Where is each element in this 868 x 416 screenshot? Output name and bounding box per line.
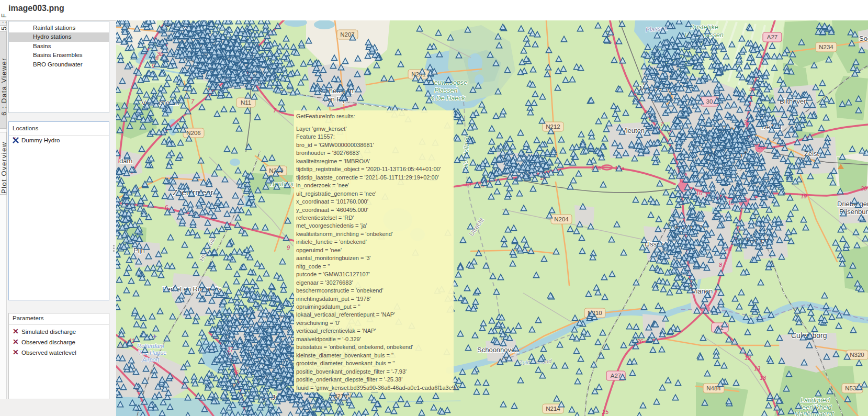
- svg-text:Vleuten: Vleuten: [622, 127, 645, 134]
- svg-text:30: 30: [706, 98, 713, 105]
- svg-text:A27: A27: [767, 34, 777, 40]
- svg-text:N11: N11: [241, 99, 251, 106]
- svg-text:8: 8: [719, 262, 723, 268]
- svg-text:7: 7: [191, 98, 195, 105]
- svg-text:Plassen: Plassen: [434, 87, 458, 94]
- svg-text:16: 16: [696, 190, 703, 196]
- svg-text:N204: N204: [554, 216, 569, 222]
- svg-text:& De Haeck: & De Haeck: [430, 95, 465, 102]
- svg-text:8: 8: [155, 55, 159, 61]
- svg-text:Landgoed: Landgoed: [801, 397, 830, 404]
- svg-text:N234: N234: [819, 44, 833, 50]
- svg-text:12: 12: [745, 355, 751, 361]
- svg-text:25: 25: [602, 409, 609, 415]
- svg-text:Rotterdam: Rotterdam: [137, 343, 164, 349]
- svg-text:Schoonhoven: Schoonhoven: [477, 346, 519, 354]
- svg-text:13: 13: [754, 365, 761, 372]
- svg-text:N206: N206: [186, 130, 201, 136]
- svg-text:7: 7: [273, 107, 277, 114]
- svg-text:N212: N212: [546, 123, 560, 130]
- svg-text:20: 20: [860, 185, 867, 192]
- svg-text:Oostelijke: Oostelijke: [690, 24, 718, 31]
- svg-text:N320: N320: [850, 352, 864, 358]
- svg-text:Airport: Airport: [142, 356, 160, 363]
- svg-text:A27: A27: [611, 373, 621, 379]
- svg-text:13: 13: [760, 375, 766, 381]
- svg-text:9: 9: [287, 244, 290, 251]
- svg-text:19: 19: [801, 193, 807, 199]
- svg-text:Soe: Soe: [859, 35, 868, 42]
